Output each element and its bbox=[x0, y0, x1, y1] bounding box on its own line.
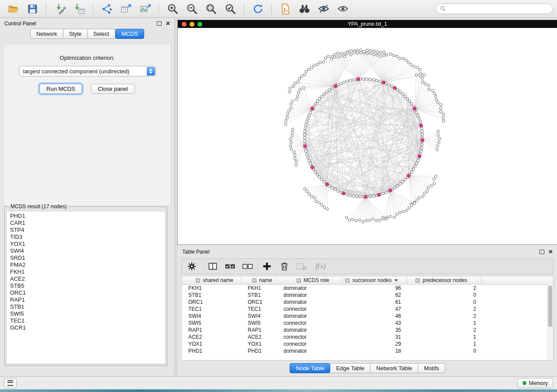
panel-splitter[interactable] bbox=[175, 18, 178, 376]
tab-select[interactable]: Select bbox=[88, 29, 115, 39]
table-settings-button[interactable] bbox=[187, 261, 197, 272]
table-scrollbar-thumb[interactable] bbox=[548, 285, 552, 327]
mcds-result-item[interactable]: GCR1 bbox=[10, 324, 162, 331]
tab-style[interactable]: Style bbox=[63, 29, 88, 39]
table-row[interactable]: RAP1RAP1dominator352 bbox=[182, 327, 553, 334]
zoom-in-button[interactable] bbox=[164, 2, 181, 16]
export-network-button[interactable] bbox=[98, 2, 115, 16]
open-in-web-button[interactable] bbox=[277, 2, 294, 16]
mcds-result-item[interactable]: STB1 bbox=[10, 303, 162, 310]
cell-predecessor-nodes: 1 bbox=[407, 341, 481, 347]
float-window-icon[interactable] bbox=[157, 21, 162, 26]
mcds-result-item[interactable]: YOX1 bbox=[10, 241, 162, 248]
search-input[interactable] bbox=[449, 5, 548, 12]
create-column-button[interactable] bbox=[262, 261, 272, 272]
select-all-columns-button[interactable] bbox=[225, 261, 236, 272]
mcds-result-item[interactable]: CAR1 bbox=[10, 220, 162, 227]
delete-table-button-disabled bbox=[296, 261, 307, 272]
export-image-button[interactable] bbox=[136, 2, 154, 16]
toolbar-separator bbox=[159, 3, 159, 14]
table-row[interactable]: TEC1TEC1connector472 bbox=[182, 306, 553, 313]
tab-network[interactable]: Network bbox=[30, 29, 63, 39]
zoom-out-button[interactable] bbox=[183, 2, 201, 16]
column-header-name[interactable]: name bbox=[241, 276, 277, 284]
tab-node-table[interactable]: Node Table bbox=[290, 363, 331, 373]
column-type-icon bbox=[252, 279, 256, 282]
column-label: successor nodes bbox=[352, 277, 391, 283]
save-session-button[interactable] bbox=[24, 2, 41, 16]
delete-column-button[interactable] bbox=[280, 261, 289, 272]
search-field[interactable] bbox=[436, 3, 553, 14]
column-header-successor-nodes[interactable]: successor nodes bbox=[343, 276, 407, 284]
zoom-selected-button[interactable] bbox=[221, 2, 239, 16]
network-window-titlebar[interactable]: YPA_prune.txt_1 bbox=[178, 20, 557, 28]
memory-button[interactable]: Memory bbox=[517, 378, 553, 388]
column-header-shared-name[interactable]: shared name bbox=[182, 276, 241, 284]
mcds-result-item[interactable]: RAP1 bbox=[10, 296, 162, 303]
mcds-result-item[interactable]: ORC1 bbox=[10, 289, 162, 296]
tab-network-table[interactable]: Network Table bbox=[370, 363, 418, 373]
run-mcds-button[interactable]: Run MCDS bbox=[39, 84, 82, 94]
table-row[interactable]: ORC1ORC1dominator610 bbox=[182, 299, 553, 306]
mcds-result-item[interactable]: STP4 bbox=[10, 227, 162, 234]
cell-name: FKH1 bbox=[241, 285, 277, 291]
table-row[interactable]: ACE2ACE2connector311 bbox=[182, 334, 553, 340]
mcds-result-list[interactable]: PHD1CAR1STP4TID3YOX1SWI4SRD1PMA2FKH1ACE2… bbox=[6, 211, 166, 364]
status-bar: Memory bbox=[0, 376, 557, 389]
tab-mcds[interactable]: MCDS bbox=[115, 29, 144, 39]
zoom-selected-icon bbox=[225, 3, 236, 15]
mcds-result-item[interactable]: ACE2 bbox=[10, 275, 162, 282]
cell-mcds-role: connector bbox=[277, 341, 343, 347]
close-panel-button[interactable]: Close panel bbox=[91, 84, 135, 94]
hide-selected-button[interactable] bbox=[315, 2, 332, 16]
table-row[interactable]: FKH1FKH1dominator962 bbox=[182, 285, 553, 292]
cell-shared-name: STB1 bbox=[182, 292, 241, 298]
table-row[interactable]: STB1STB1dominator620 bbox=[182, 292, 553, 299]
column-header-MCDS-role[interactable]: MCDS role bbox=[277, 276, 343, 284]
cell-predecessor-nodes: 2 bbox=[407, 327, 481, 333]
table-row[interactable]: SWI5SWI5connector431 bbox=[182, 320, 553, 327]
table-row[interactable]: PHD1PHD1dominator180 bbox=[182, 347, 553, 354]
import-network-button[interactable] bbox=[51, 2, 69, 16]
mcds-result-item[interactable]: STB5 bbox=[10, 282, 162, 289]
table-row[interactable]: YOX1YOX1connector291 bbox=[182, 340, 553, 347]
mcds-result-item[interactable]: SWI5 bbox=[10, 310, 162, 317]
show-panels-menu-button[interactable] bbox=[4, 378, 17, 388]
close-panel-icon[interactable]: × bbox=[166, 21, 170, 26]
tab-motifs[interactable]: Motifs bbox=[418, 363, 445, 373]
criterion-select[interactable]: largest connected component (undirected) bbox=[19, 66, 156, 76]
mcds-result-item[interactable]: PHD1 bbox=[10, 213, 162, 220]
mcds-result-item[interactable]: PMA2 bbox=[10, 261, 162, 268]
show-graphics-details-button[interactable] bbox=[334, 2, 352, 16]
zoom-fit-button[interactable] bbox=[202, 2, 220, 16]
select-stepper-icon bbox=[147, 67, 155, 76]
tab-edge-table[interactable]: Edge Table bbox=[330, 363, 370, 373]
cell-successor-nodes: 31 bbox=[343, 334, 407, 340]
mcds-result-item[interactable]: TEC1 bbox=[10, 317, 162, 324]
cell-shared-name: ORC1 bbox=[182, 299, 241, 305]
sort-caret-icon bbox=[394, 279, 398, 282]
cell-shared-name: FKH1 bbox=[182, 285, 241, 291]
mcds-result-item[interactable]: FKH1 bbox=[10, 268, 162, 275]
column-header-predecessor-nodes[interactable]: predecessor nodes bbox=[407, 276, 481, 284]
float-window-icon[interactable] bbox=[540, 250, 544, 254]
plus-icon bbox=[262, 261, 272, 271]
criterion-select-value: largest connected component (undirected) bbox=[23, 68, 130, 75]
import-table-button[interactable] bbox=[70, 2, 88, 16]
checked-boxes-icon bbox=[225, 261, 236, 271]
export-table-button[interactable] bbox=[117, 2, 135, 16]
network-canvas[interactable] bbox=[178, 28, 557, 244]
cell-shared-name: SWI4 bbox=[182, 313, 241, 319]
mcds-result-item[interactable]: TID3 bbox=[10, 234, 162, 241]
mcds-result-item[interactable]: SRD1 bbox=[10, 254, 162, 261]
open-session-button[interactable] bbox=[4, 2, 22, 16]
table-row[interactable]: SWI4SWI4dominator462 bbox=[182, 313, 553, 320]
find-button[interactable] bbox=[296, 2, 313, 16]
mcds-result-item[interactable]: SWI4 bbox=[10, 248, 162, 254]
cell-predecessor-nodes: 0 bbox=[407, 292, 481, 298]
unselect-all-columns-button[interactable] bbox=[242, 261, 253, 272]
refresh-network-button[interactable] bbox=[249, 2, 266, 16]
table-scrollbar[interactable] bbox=[547, 284, 553, 360]
show-column-panel-button[interactable] bbox=[208, 261, 218, 272]
close-panel-icon[interactable]: × bbox=[549, 249, 553, 254]
